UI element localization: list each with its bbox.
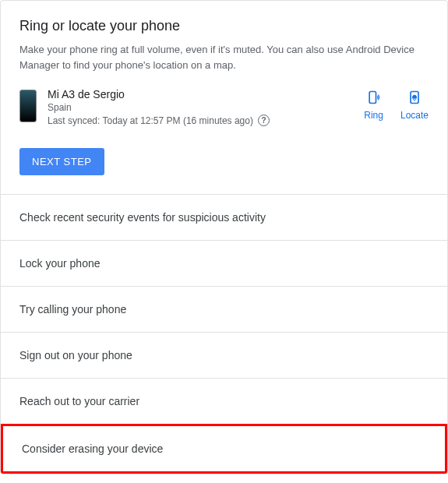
ring-button[interactable]: Ring [364, 90, 383, 121]
sync-text: Last synced: Today at 12:57 PM (16 minut… [48, 115, 253, 126]
section-title: Ring or locate your phone [19, 18, 429, 34]
step-erase-device[interactable]: Consider erasing your device [1, 424, 447, 474]
step-sign-out[interactable]: Sign out on your phone [1, 332, 447, 378]
device-thumbnail-icon [19, 90, 37, 122]
ring-locate-section: Ring or locate your phone Make your phon… [1, 1, 447, 194]
locate-label: Locate [400, 110, 429, 121]
device-sync: Last synced: Today at 12:57 PM (16 minut… [48, 115, 364, 126]
device-info: Mi A3 de Sergio Spain Last synced: Today… [48, 88, 364, 126]
security-card: Ring or locate your phone Make your phon… [0, 0, 448, 474]
device-actions: Ring Locate [364, 90, 429, 121]
ring-label: Ring [364, 110, 383, 121]
step-lock-phone[interactable]: Lock your phone [1, 240, 447, 286]
step-call-phone[interactable]: Try calling your phone [1, 286, 447, 332]
step-security-events[interactable]: Check recent security events for suspici… [1, 194, 447, 240]
next-step-button[interactable]: NEXT STEP [19, 148, 104, 175]
locate-button[interactable]: Locate [400, 90, 429, 121]
step-carrier[interactable]: Reach out to your carrier [1, 378, 447, 424]
section-description: Make your phone ring at full volume, eve… [19, 42, 429, 72]
help-icon[interactable]: ? [258, 115, 270, 126]
locate-icon [407, 90, 422, 105]
device-row: Mi A3 de Sergio Spain Last synced: Today… [19, 88, 429, 126]
device-name: Mi A3 de Sergio [48, 88, 364, 100]
ring-icon [366, 90, 382, 105]
svg-rect-0 [369, 92, 376, 104]
device-location: Spain [48, 102, 364, 113]
